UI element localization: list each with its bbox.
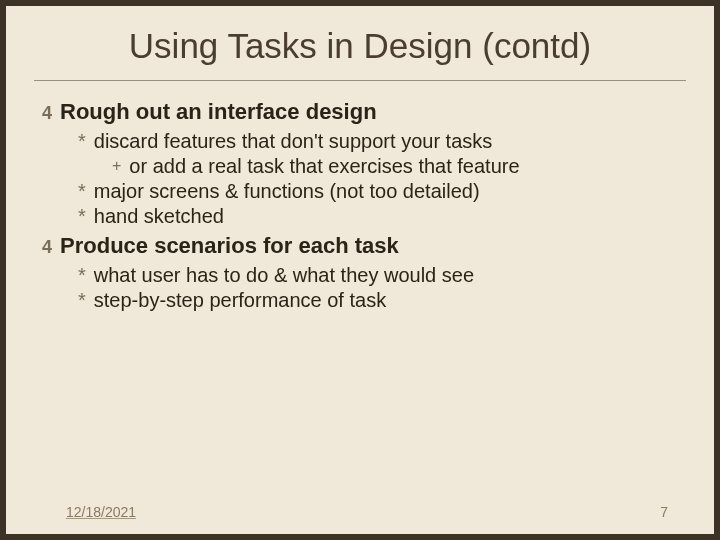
title-divider (34, 80, 686, 81)
slide-footer: 12/18/2021 7 (6, 504, 714, 520)
list-item: * hand sketched (78, 204, 690, 229)
bullet-lvl1: 4 (42, 233, 52, 261)
footer-date: 12/18/2021 (66, 504, 136, 520)
list-item-text: hand sketched (94, 204, 224, 229)
list-item: * major screens & functions (not too det… (78, 179, 690, 204)
bullet-lvl3: + (112, 154, 121, 178)
list-item-text: discard features that don't support your… (94, 129, 492, 154)
list-item-text: what user has to do & what they would se… (94, 263, 474, 288)
section-heading-text: Produce scenarios for each task (60, 233, 399, 259)
bullet-lvl2: * (78, 129, 86, 154)
bullet-lvl2: * (78, 288, 86, 313)
footer-page-number: 7 (660, 504, 668, 520)
slide-content: 4 Rough out an interface design * discar… (14, 99, 706, 313)
section-heading: 4 Rough out an interface design (42, 99, 690, 127)
slide: Using Tasks in Design (contd) 4 Rough ou… (6, 6, 714, 534)
section-heading-text: Rough out an interface design (60, 99, 377, 125)
list-item: * step-by-step performance of task (78, 288, 690, 313)
list-item-text: major screens & functions (not too detai… (94, 179, 480, 204)
slide-title: Using Tasks in Design (contd) (14, 26, 706, 80)
list-item: * what user has to do & what they would … (78, 263, 690, 288)
list-subitem: + or add a real task that exercises that… (112, 154, 690, 179)
bullet-lvl2: * (78, 179, 86, 204)
bullet-lvl2: * (78, 204, 86, 229)
section-heading: 4 Produce scenarios for each task (42, 233, 690, 261)
bullet-lvl1: 4 (42, 99, 52, 127)
list-item-text: step-by-step performance of task (94, 288, 386, 313)
bullet-lvl2: * (78, 263, 86, 288)
list-subitem-text: or add a real task that exercises that f… (129, 154, 519, 179)
list-item: * discard features that don't support yo… (78, 129, 690, 154)
